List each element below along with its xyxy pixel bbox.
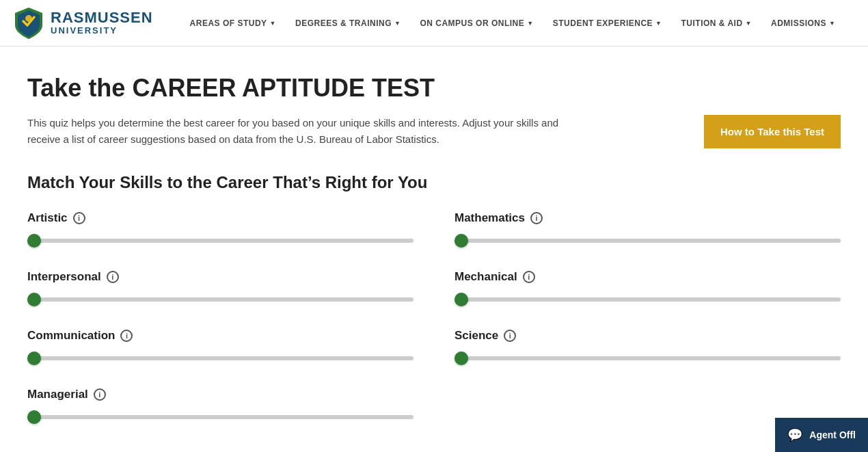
slider-group-mathematics: Mathematics i — [455, 211, 841, 245]
chevron-down-icon: ▼ — [655, 20, 662, 27]
chevron-down-icon: ▼ — [394, 20, 401, 27]
logo-rasmussen: RASMUSSEN — [51, 10, 153, 26]
how-to-button[interactable]: How to Take this Test — [704, 115, 841, 148]
nav-menu: AREAS OF STUDY ▼ DEGREES & TRAINING ▼ ON… — [180, 0, 845, 46]
slider-science[interactable] — [455, 356, 841, 360]
chevron-down-icon: ▼ — [527, 20, 533, 27]
nav-item-tuition: TUITION & AID ▼ — [672, 0, 761, 46]
main-nav: RASMUSSEN UNIVERSITY AREAS OF STUDY ▼ DE… — [0, 0, 868, 46]
chevron-down-icon: ▼ — [270, 20, 276, 27]
slider-communication[interactable] — [27, 356, 413, 360]
slider-label-interpersonal: Interpersonal i — [27, 270, 413, 284]
intro-text: This quiz helps you determine the best c… — [27, 115, 588, 148]
slider-mechanical[interactable] — [455, 297, 841, 302]
main-content: Take the CAREER APTITUDE TEST This quiz … — [0, 46, 868, 452]
slider-label-mathematics: Mathematics i — [455, 211, 841, 225]
slider-label-science: Science i — [455, 329, 841, 343]
chat-label: Agent Offl — [809, 429, 856, 440]
info-icon-interpersonal[interactable]: i — [107, 271, 119, 283]
info-icon-mechanical[interactable]: i — [523, 271, 535, 283]
nav-link-degrees[interactable]: DEGREES & TRAINING ▼ — [286, 0, 410, 46]
chevron-down-icon: ▼ — [746, 20, 752, 27]
svg-point-0 — [25, 15, 32, 22]
sliders-grid: Artistic i Interpersonal i Communication… — [27, 211, 841, 447]
info-icon-artistic[interactable]: i — [73, 212, 85, 224]
nav-item-student: STUDENT EXPERIENCE ▼ — [543, 0, 672, 46]
slider-group-mechanical: Mechanical i — [455, 270, 841, 304]
slider-group-managerial: Managerial i — [27, 388, 413, 422]
info-icon-mathematics[interactable]: i — [530, 212, 543, 224]
logo-icon — [14, 6, 44, 40]
sliders-right-col: Mathematics i Mechanical i Science i — [455, 211, 841, 447]
nav-item-admissions: ADMISSIONS ▼ — [761, 0, 845, 46]
page-title: Take the CAREER APTITUDE TEST — [27, 74, 841, 103]
nav-item-campus: ON CAMPUS OR ONLINE ▼ — [410, 0, 543, 46]
slider-managerial[interactable] — [27, 415, 413, 419]
nav-link-tuition[interactable]: TUITION & AID ▼ — [672, 0, 761, 46]
nav-link-student[interactable]: STUDENT EXPERIENCE ▼ — [543, 0, 672, 46]
nav-item-areas: AREAS OF STUDY ▼ — [180, 0, 286, 46]
slider-artistic[interactable] — [27, 239, 413, 243]
slider-group-science: Science i — [455, 329, 841, 363]
nav-link-campus[interactable]: ON CAMPUS OR ONLINE ▼ — [410, 0, 543, 46]
intro-row: This quiz helps you determine the best c… — [27, 115, 841, 148]
slider-label-managerial: Managerial i — [27, 388, 413, 401]
logo-university: UNIVERSITY — [51, 26, 153, 36]
nav-link-areas[interactable]: AREAS OF STUDY ▼ — [180, 0, 286, 46]
nav-item-degrees: DEGREES & TRAINING ▼ — [286, 0, 410, 46]
chat-widget[interactable]: 💬 Agent Offl — [775, 418, 868, 452]
chevron-down-icon: ▼ — [829, 20, 835, 27]
info-icon-communication[interactable]: i — [120, 330, 133, 342]
slider-label-artistic: Artistic i — [27, 211, 413, 225]
logo-text: RASMUSSEN UNIVERSITY — [51, 10, 153, 36]
slider-interpersonal[interactable] — [27, 297, 413, 302]
slider-group-artistic: Artistic i — [27, 211, 413, 245]
logo-link[interactable]: RASMUSSEN UNIVERSITY — [14, 6, 153, 40]
nav-link-admissions[interactable]: ADMISSIONS ▼ — [761, 0, 845, 46]
slider-mathematics[interactable] — [455, 239, 841, 243]
sliders-left-col: Artistic i Interpersonal i Communication… — [27, 211, 413, 447]
info-icon-science[interactable]: i — [504, 330, 516, 342]
section-title: Match Your Skills to the Career That’s R… — [27, 173, 841, 192]
slider-group-communication: Communication i — [27, 329, 413, 363]
info-icon-managerial[interactable]: i — [94, 388, 106, 401]
slider-label-mechanical: Mechanical i — [455, 270, 841, 284]
slider-label-communication: Communication i — [27, 329, 413, 343]
chat-icon: 💬 — [787, 427, 802, 442]
slider-group-interpersonal: Interpersonal i — [27, 270, 413, 304]
